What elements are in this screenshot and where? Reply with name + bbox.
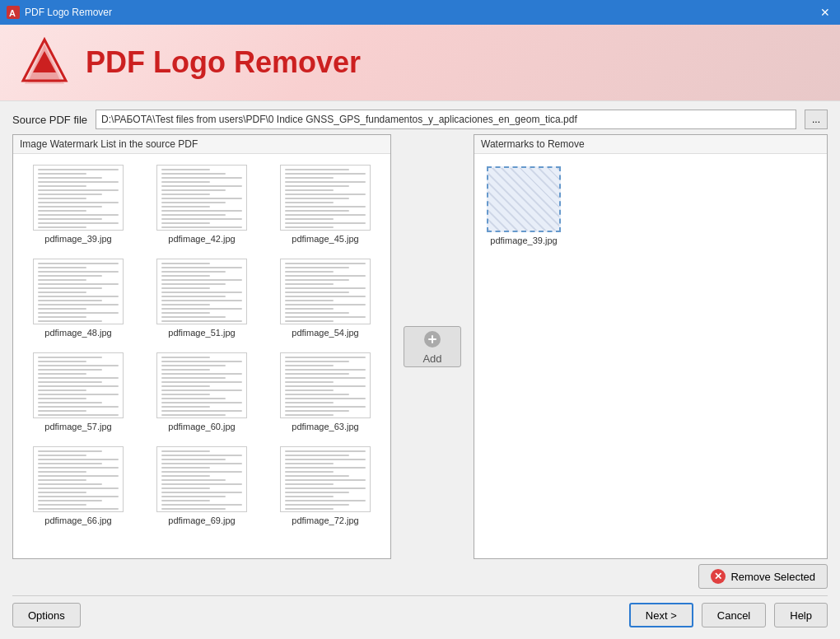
options-button[interactable]: Options [12,603,81,627]
pdf-logo [16,35,72,91]
image-name: pdfimage_63.jpg [292,422,358,431]
image-name: pdfimage_69.jpg [168,515,235,525]
image-name: pdfimage_54.jpg [292,328,358,338]
remove-row: ✕ Remove Selected [12,564,828,589]
list-item[interactable]: pdfimage_39.jpg [483,162,565,250]
app-icon: A [7,6,20,19]
image-name: pdfimage_39.jpg [44,234,111,244]
list-item[interactable]: pdfimage_66.jpg [20,442,137,529]
bottom-area: ✕ Remove Selected Options Next > Cancel … [12,564,828,631]
right-actions: Next > Cancel Help [629,603,828,627]
add-icon [422,329,442,349]
list-item[interactable]: pdfimage_42.jpg [143,161,260,248]
list-item[interactable]: pdfimage_39.jpg [20,161,137,248]
svg-text:A: A [9,8,16,18]
app-header: PDF Logo Remover [0,25,840,101]
add-button[interactable]: Add [404,326,461,367]
list-item[interactable]: pdfimage_72.jpg [267,442,384,529]
image-name: pdfimage_51.jpg [168,328,235,338]
remove-label: Remove Selected [730,571,815,583]
right-panel: Watermarks to Remove pdfimage_39.jpg [474,134,828,559]
middle-area: Add [399,134,465,559]
list-item[interactable]: pdfimage_48.jpg [20,254,137,342]
browse-button[interactable]: ... [805,110,828,129]
next-button[interactable]: Next > [629,603,693,627]
left-panel: Image Watermark List in the source PDF p… [12,134,391,559]
app-title: PDF Logo Remover [86,45,361,80]
list-item[interactable]: pdfimage_57.jpg [20,348,137,436]
cancel-button[interactable]: Cancel [702,603,766,627]
source-label: Source PDF file [12,114,87,126]
list-item[interactable]: pdfimage_51.jpg [143,254,260,342]
help-button[interactable]: Help [774,603,828,627]
watermark-name: pdfimage_39.jpg [490,236,557,245]
close-button[interactable]: ✕ [817,4,833,21]
image-name: pdfimage_45.jpg [292,234,358,244]
add-label: Add [422,352,441,365]
list-item[interactable]: pdfimage_54.jpg [267,254,384,342]
image-grid: pdfimage_39.jpgpdfimage_42.jpgpdfimage_4… [20,161,384,552]
list-item[interactable]: pdfimage_63.jpg [267,348,384,436]
left-panel-header: Image Watermark List in the source PDF [13,135,390,154]
action-row: Options Next > Cancel Help [12,595,828,631]
right-panel-body[interactable]: pdfimage_39.jpg [474,154,827,558]
title-bar-left: A PDF Logo Remover [7,6,112,19]
image-name: pdfimage_60.jpg [168,422,235,431]
source-path-input[interactable] [96,110,796,129]
right-panel-header: Watermarks to Remove [474,135,827,154]
left-panel-body[interactable]: pdfimage_39.jpgpdfimage_42.jpgpdfimage_4… [13,154,390,558]
image-name: pdfimage_48.jpg [44,328,111,338]
main-content: Source PDF file ... Image Watermark List… [0,101,840,639]
panels-area: Image Watermark List in the source PDF p… [12,134,828,559]
title-bar: A PDF Logo Remover ✕ [0,0,840,25]
image-name: pdfimage_72.jpg [292,515,358,525]
source-file-row: Source PDF file ... [12,110,828,129]
list-item[interactable]: pdfimage_45.jpg [267,161,384,248]
list-item[interactable]: pdfimage_69.jpg [143,442,260,529]
image-name: pdfimage_57.jpg [44,422,111,431]
image-name: pdfimage_42.jpg [168,234,235,244]
image-name: pdfimage_66.jpg [44,515,111,525]
remove-icon: ✕ [711,569,726,584]
remove-selected-button[interactable]: ✕ Remove Selected [698,564,828,589]
title-bar-title: PDF Logo Remover [25,7,112,18]
list-item[interactable]: pdfimage_60.jpg [143,348,260,436]
